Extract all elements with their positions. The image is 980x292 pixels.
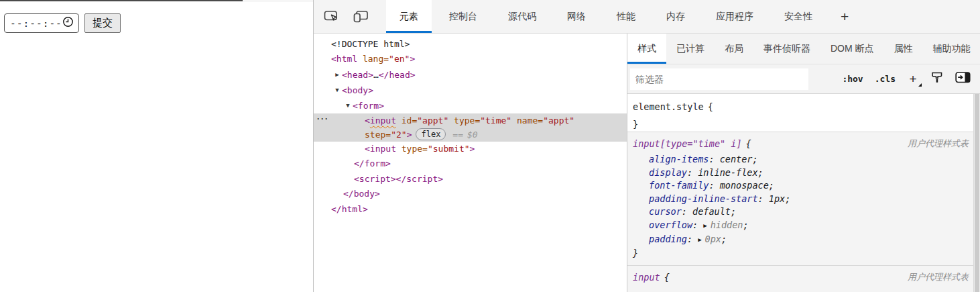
tab-performance[interactable]: 性能 <box>603 0 649 33</box>
property-value: monospace <box>720 180 774 191</box>
collapse-arrow-icon[interactable]: ▼ <box>343 98 353 113</box>
tree-row-body-close[interactable]: </body> <box>314 187 627 201</box>
attr-name-value: "appt" <box>543 115 574 126</box>
time-input[interactable]: --:--:-- <box>4 13 79 33</box>
tag-close-bracket: > <box>410 54 415 64</box>
tab-memory[interactable]: 内存 <box>653 0 698 33</box>
tab-sources[interactable]: 源代码 <box>495 0 550 33</box>
styles-rules-list: element.style{ } input[type="time" i]{ 用… <box>627 94 980 292</box>
tree-row-script[interactable]: <script></script> <box>314 172 627 187</box>
tab-dom-breakpoints[interactable]: DOM 断点 <box>820 34 884 64</box>
tab-accessibility[interactable]: 辅助功能 <box>923 34 980 64</box>
property-value: center <box>720 154 758 164</box>
browser-chrome-edge <box>0 0 243 1</box>
property-name: display <box>649 167 698 178</box>
overflow-dots[interactable]: ··· <box>317 114 329 124</box>
tab-network[interactable]: 网络 <box>554 0 599 33</box>
time-input-value[interactable]: --:--:-- <box>10 18 62 29</box>
property-value: inline-flex <box>698 167 763 178</box>
css-property[interactable]: align-itemscenter <box>649 153 971 166</box>
tree-row-body-open[interactable]: ▼<body> <box>314 83 627 98</box>
toggle-class-button[interactable]: .cls <box>875 74 896 84</box>
collapse-arrow-icon[interactable]: ▼ <box>332 83 342 97</box>
clock-icon[interactable] <box>62 16 74 30</box>
css-property[interactable]: displayinline-flex <box>649 166 971 180</box>
submit-button[interactable]: 提交 <box>84 13 121 33</box>
attr-type: type= <box>396 144 428 154</box>
tag-head-open: <head> <box>342 69 373 79</box>
tag-head-close: </head> <box>379 69 416 79</box>
attr-id: id= <box>396 115 417 126</box>
open-brace: { <box>664 272 670 283</box>
property-value: hidden <box>711 220 749 230</box>
property-name: padding-inline-start <box>649 193 769 204</box>
css-property[interactable]: overflow▶hidden <box>649 219 971 233</box>
attr-lang: lang= <box>357 54 389 64</box>
tree-row-form-open[interactable]: ▼<form> <box>314 98 627 113</box>
tab-event-listeners[interactable]: 事件侦听器 <box>753 34 820 64</box>
flex-badge[interactable]: flex <box>416 128 446 140</box>
tree-row-input-submit[interactable]: <input type="submit"> <box>314 142 627 156</box>
tree-row-html-close[interactable]: </html> <box>314 202 627 217</box>
devtools-tab-bar: 元素 控制台 源代码 网络 性能 内存 应用程序 安全性 + <box>386 0 863 33</box>
tree-row-input-time-selected[interactable]: ··· <input id="appt" type="time" name="a… <box>314 113 627 142</box>
rendering-emulation-icon[interactable] <box>930 71 944 87</box>
css-property[interactable]: cursordefault <box>649 205 971 219</box>
tab-application[interactable]: 应用程序 <box>702 0 767 33</box>
property-value: 0px <box>705 234 727 244</box>
tag-close-bracket: > <box>407 130 412 140</box>
rule-input-time[interactable]: input[type="time" i]{ 用户代理样式表 align-item… <box>627 132 980 265</box>
tree-row-form-close[interactable]: </form> <box>314 156 627 171</box>
tree-row-html-open[interactable]: <html lang="en"> <box>314 52 627 66</box>
rule-selector[interactable]: input[type="time" i] <box>633 138 742 149</box>
collapsed-content-dots: … <box>373 69 379 79</box>
attr-step-value: "2" <box>391 130 406 140</box>
tab-computed[interactable]: 已计算 <box>666 34 715 64</box>
expand-shorthand-icon[interactable]: ▶ <box>703 220 707 233</box>
toggle-hover-state-button[interactable]: :hov <box>842 74 863 84</box>
new-style-rule-button[interactable]: + <box>907 72 919 87</box>
tag-open-bracket: < <box>365 115 370 126</box>
tab-layout[interactable]: 布局 <box>715 34 753 64</box>
rule-input[interactable]: input{ 用户代理样式表 writing-modehorizontal-tb… <box>627 265 980 292</box>
elements-tree-panel: <!DOCTYPE html> <html lang="en"> ▶<head>… <box>314 34 627 292</box>
attr-name: name= <box>511 115 543 126</box>
expand-shorthand-icon[interactable]: ▶ <box>698 234 701 247</box>
scrollbar-thumb[interactable] <box>975 94 979 292</box>
tag-html: <html <box>331 54 357 64</box>
open-brace: { <box>708 101 713 112</box>
element-style-selector[interactable]: element.style <box>633 101 704 112</box>
device-toolbar-icon[interactable] <box>353 9 369 24</box>
more-tabs-button[interactable]: + <box>830 0 859 33</box>
styles-filter-input[interactable] <box>630 68 808 90</box>
tag-input: <input <box>365 144 396 154</box>
tab-console[interactable]: 控制台 <box>436 0 491 33</box>
tab-security[interactable]: 安全性 <box>771 0 826 33</box>
tab-styles[interactable]: 样式 <box>627 34 666 64</box>
tag-body: <body> <box>342 85 373 95</box>
inspect-element-icon[interactable] <box>323 9 339 24</box>
tag-input-issue[interactable]: input <box>370 115 396 126</box>
tag-script: <script></script> <box>354 174 443 184</box>
show-computed-sidebar-icon[interactable] <box>955 71 971 87</box>
tree-row-head[interactable]: ▶<head>…</head> <box>314 67 627 83</box>
open-brace: { <box>746 138 751 149</box>
tab-elements[interactable]: 元素 <box>386 0 432 33</box>
expand-arrow-icon[interactable]: ▶ <box>332 67 342 82</box>
css-property[interactable]: padding▶0px <box>649 233 971 247</box>
rule-selector[interactable]: input <box>633 272 660 283</box>
attr-step: step= <box>365 130 391 140</box>
tag-html-close: </html> <box>331 204 368 214</box>
tab-properties[interactable]: 属性 <box>884 34 923 64</box>
close-brace: } <box>633 246 971 260</box>
rule-element-style[interactable]: element.style{ } <box>627 94 980 132</box>
property-name: padding <box>649 234 698 244</box>
css-property[interactable]: font-familymonospace <box>649 179 971 193</box>
css-property[interactable]: padding-inline-start1px <box>649 193 971 206</box>
styles-scrollbar[interactable] <box>973 94 980 292</box>
devtools-toolbar: 元素 控制台 源代码 网络 性能 内存 应用程序 安全性 + <box>314 0 980 34</box>
tree-row-doctype[interactable]: <!DOCTYPE html> <box>314 37 627 52</box>
devtools-window: 元素 控制台 源代码 网络 性能 内存 应用程序 安全性 + <!DOCTYPE… <box>314 0 980 292</box>
close-brace: } <box>633 119 638 130</box>
property-name: align-items <box>649 154 720 164</box>
